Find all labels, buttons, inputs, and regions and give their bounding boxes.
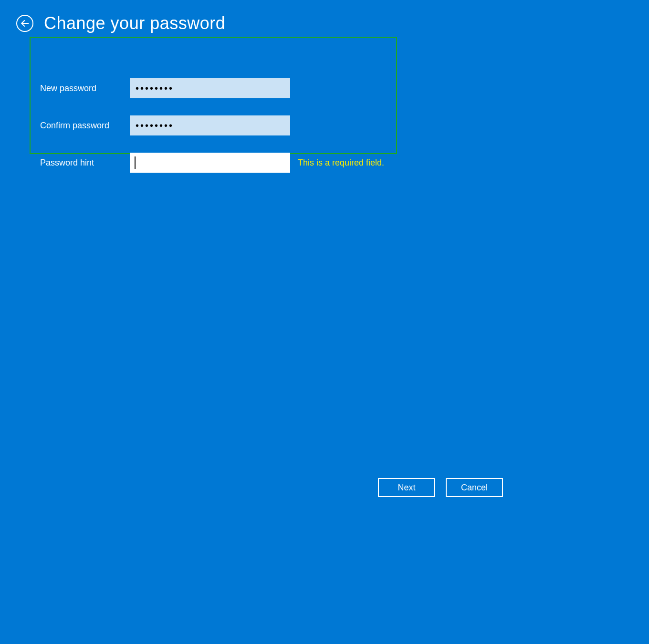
password-hint-label: Password hint — [40, 158, 130, 168]
back-icon[interactable] — [16, 15, 33, 32]
new-password-label: New password — [40, 83, 130, 93]
form-area: New password Confirm password Password h… — [0, 33, 519, 173]
next-button[interactable]: Next — [378, 478, 435, 497]
header: Change your password — [0, 0, 519, 33]
page-title: Change your password — [44, 13, 225, 33]
hint-error-message: This is a required field. — [298, 158, 384, 168]
confirm-password-input[interactable] — [130, 115, 290, 135]
new-password-input[interactable] — [130, 78, 290, 98]
password-hint-input-wrap[interactable] — [130, 153, 290, 173]
confirm-password-row: Confirm password — [40, 115, 519, 135]
confirm-password-label: Confirm password — [40, 121, 130, 131]
text-cursor — [135, 156, 136, 169]
cancel-button[interactable]: Cancel — [446, 478, 503, 497]
password-hint-input[interactable] — [130, 153, 290, 173]
new-password-row: New password — [40, 78, 519, 98]
footer: Next Cancel — [378, 478, 503, 497]
password-hint-row: Password hint This is a required field. — [40, 153, 519, 173]
